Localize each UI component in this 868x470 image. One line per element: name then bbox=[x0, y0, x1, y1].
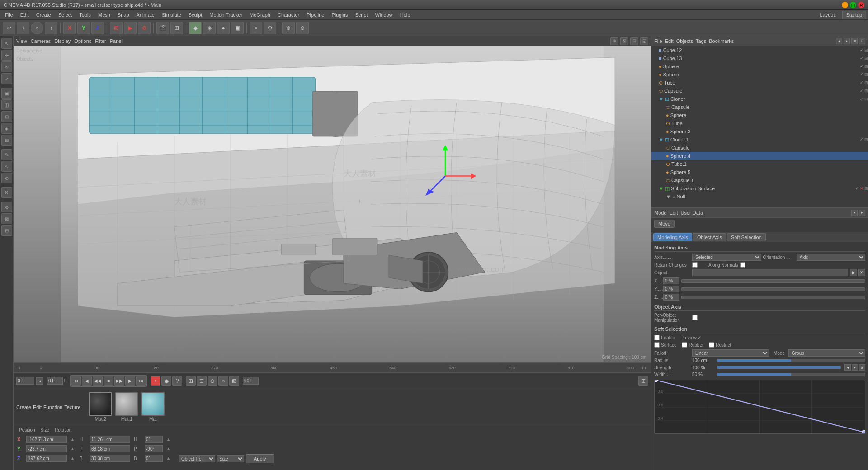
play-start[interactable]: ⏮ bbox=[71, 376, 81, 386]
tool-b12[interactable]: ⊟ bbox=[1, 225, 12, 236]
render-settings[interactable]: ⚙ bbox=[138, 22, 151, 34]
tree-item-cube12[interactable]: ■ Cube.12 ✓ ⊞ bbox=[651, 46, 868, 54]
material-swatch-mat[interactable] bbox=[141, 392, 165, 416]
key-mode[interactable]: ⊞ bbox=[186, 376, 196, 386]
retain-checkbox[interactable] bbox=[692, 262, 698, 268]
mat-tab-function[interactable]: Function bbox=[43, 404, 62, 410]
pos-p-angle-input[interactable] bbox=[145, 445, 163, 452]
menu-select[interactable]: Select bbox=[55, 11, 75, 19]
tree-item-capsule2[interactable]: ⬭ Capsule bbox=[651, 103, 868, 111]
maximize-button[interactable]: □ bbox=[850, 2, 856, 8]
tool-b9[interactable]: S bbox=[1, 187, 12, 198]
orientation-select[interactable]: Axis bbox=[797, 254, 866, 261]
cloner1-toggle[interactable]: ▼ bbox=[659, 96, 664, 102]
axis-z[interactable]: Z bbox=[91, 22, 104, 34]
timeline-options[interactable]: ⊞ bbox=[638, 376, 648, 386]
object-btn1[interactable]: ▶ bbox=[850, 269, 857, 276]
tool-rotate[interactable]: ↻ bbox=[1, 61, 12, 72]
prop-panel-btn1[interactable]: ◂ bbox=[851, 210, 858, 216]
falloff-select[interactable]: Linear bbox=[692, 349, 769, 357]
play-fwd[interactable]: ▶▶ bbox=[114, 376, 124, 386]
tab-view[interactable]: View bbox=[16, 38, 27, 44]
frame-end-input[interactable] bbox=[243, 377, 259, 385]
strength-btn3[interactable]: ⊞ bbox=[859, 364, 865, 371]
pos-h-angle-input[interactable] bbox=[145, 436, 163, 443]
play-prev[interactable]: ◀ bbox=[82, 376, 92, 386]
pos-tab-position[interactable]: Position bbox=[17, 427, 37, 433]
menu-animate[interactable]: Animate bbox=[133, 11, 158, 19]
snap-enable[interactable]: ⌖ bbox=[250, 22, 262, 34]
poly-mode[interactable]: ◆ bbox=[189, 22, 202, 34]
tree-item-capsule3[interactable]: ⬭ Capsule bbox=[651, 144, 868, 152]
axis-select[interactable]: Selected bbox=[692, 254, 761, 261]
tool-b1[interactable]: ▣ bbox=[1, 88, 12, 99]
keyframe-btn[interactable]: ◆ bbox=[161, 376, 171, 386]
edge-mode[interactable]: ◈ bbox=[203, 22, 216, 34]
pos-dropdown2[interactable]: Size bbox=[217, 455, 244, 462]
soft-selection-curve[interactable]: 0.8 0.6 0.4 bbox=[654, 380, 865, 434]
pos-b-angle-input[interactable] bbox=[145, 455, 163, 462]
pos-b-arrow[interactable]: ▲ bbox=[166, 456, 172, 461]
current-frame-input[interactable] bbox=[16, 377, 34, 385]
tree-item-sphere4[interactable]: ● Sphere.4 bbox=[651, 152, 868, 160]
tab-object-axis[interactable]: Object Axis bbox=[693, 233, 726, 241]
render-region[interactable]: ⊠ bbox=[110, 22, 123, 34]
axis-y[interactable]: Y bbox=[77, 22, 90, 34]
tool-b8[interactable]: ⊙ bbox=[1, 173, 12, 183]
y-val[interactable]: 0 % bbox=[663, 286, 679, 292]
tool-b4[interactable]: ◈ bbox=[1, 123, 12, 134]
tree-item-sphere5[interactable]: ● Sphere.5 bbox=[651, 168, 868, 176]
pos-tab-size[interactable]: Size bbox=[39, 427, 51, 433]
material-mat[interactable]: Mat bbox=[141, 392, 165, 422]
tree-item-sphere3[interactable]: ● Sphere bbox=[651, 111, 868, 119]
pos-x-arrow[interactable]: ▲ bbox=[71, 437, 76, 442]
key-type[interactable]: ⊟ bbox=[197, 376, 207, 386]
tab-panel[interactable]: Panel bbox=[110, 38, 123, 44]
pos-y-arrow[interactable]: ▲ bbox=[71, 446, 76, 451]
mat-tab-create[interactable]: Create bbox=[16, 404, 31, 410]
viewport-3d[interactable]: X Y Z bbox=[14, 46, 651, 362]
z-bar[interactable] bbox=[681, 296, 865, 299]
tree-item-capsule4[interactable]: ⬭ Capsule.1 bbox=[651, 176, 868, 184]
move-button[interactable]: Move bbox=[654, 220, 675, 228]
tool-b6[interactable]: ✎ bbox=[1, 149, 12, 160]
tree-item-cube13[interactable]: ■ Cube.13 ✓ ⊞ bbox=[651, 54, 868, 62]
menu-script[interactable]: Script bbox=[352, 11, 371, 19]
x-val[interactable]: 0 % bbox=[663, 277, 679, 284]
tool-b10[interactable]: ⊕ bbox=[1, 202, 12, 212]
tab-filter[interactable]: Filter bbox=[95, 38, 106, 44]
pos-tab-rotation[interactable]: Rotation bbox=[53, 427, 73, 433]
menu-sculpt[interactable]: Sculpt bbox=[185, 11, 206, 19]
obj-panel-btn2[interactable]: ▸ bbox=[844, 38, 850, 44]
close-button[interactable]: × bbox=[858, 2, 864, 8]
tool-b5[interactable]: ⊞ bbox=[1, 135, 12, 146]
obj-header-file[interactable]: File bbox=[654, 38, 662, 44]
menu-pipeline[interactable]: Pipeline bbox=[303, 11, 327, 19]
viewport-icon4[interactable]: ◱ bbox=[640, 37, 648, 45]
pos-dropdown1[interactable]: Object Roll bbox=[179, 455, 215, 462]
menu-motiontracker[interactable]: Motion Tracker bbox=[206, 11, 245, 19]
menu-tools[interactable]: Tools bbox=[76, 11, 94, 19]
object-field[interactable] bbox=[692, 269, 848, 276]
tool-extra2[interactable]: ⊗ bbox=[296, 22, 309, 34]
menu-edit[interactable]: Edit bbox=[17, 11, 32, 19]
strength-btn2[interactable]: ▸ bbox=[852, 364, 858, 371]
layout-value[interactable]: Startup bbox=[842, 11, 866, 19]
width-slider[interactable] bbox=[717, 373, 865, 376]
snap-settings[interactable]: ⚙ bbox=[264, 22, 276, 34]
apply-button[interactable]: Apply bbox=[246, 454, 274, 463]
tree-item-sphere1[interactable]: ● Sphere ✓ ⊞ bbox=[651, 62, 868, 70]
menu-help[interactable]: Help bbox=[397, 11, 414, 19]
prop-header-mode[interactable]: Mode bbox=[654, 210, 667, 216]
menu-mesh[interactable]: Mesh bbox=[95, 11, 113, 19]
obj-mode[interactable]: ▣ bbox=[231, 22, 244, 34]
pos-p-arrow[interactable]: ▲ bbox=[166, 446, 172, 451]
tool-scale[interactable]: ⤢ bbox=[1, 73, 12, 84]
obj-panel-btn1[interactable]: ◂ bbox=[836, 38, 842, 44]
material-swatch-mat1[interactable] bbox=[115, 392, 138, 416]
prop-header-edit[interactable]: Edit bbox=[670, 210, 678, 216]
strength-slider[interactable] bbox=[717, 366, 841, 369]
tree-item-subdiv[interactable]: ▼ ◫ Subdivision Surface ✓ ✕ ⊞ bbox=[651, 184, 868, 193]
film-icon[interactable]: 🎬 bbox=[156, 22, 169, 34]
tree-item-cloner1[interactable]: ▼ ⊞ Cloner ✓ ⊞ bbox=[651, 95, 868, 103]
